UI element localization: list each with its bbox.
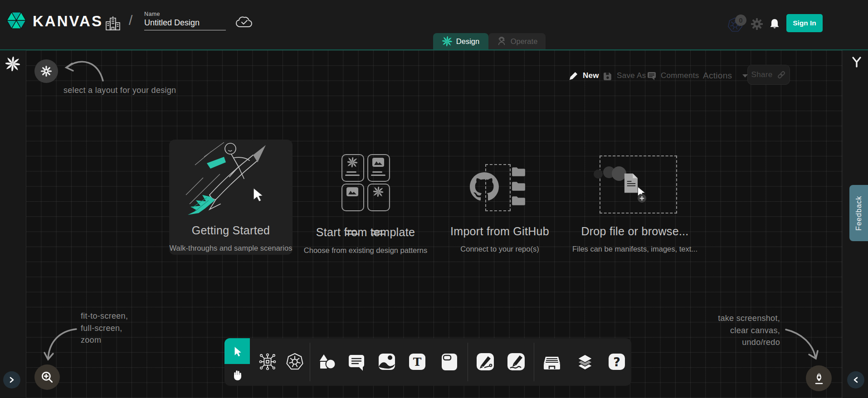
organization-icon[interactable] bbox=[104, 15, 122, 31]
layers-tool[interactable] bbox=[575, 352, 595, 372]
feedback-label: Feedback bbox=[855, 196, 863, 231]
toolbar-divider bbox=[534, 343, 534, 381]
canvas-actions-hint-arrow bbox=[781, 313, 824, 364]
design-name-input[interactable] bbox=[144, 17, 226, 30]
text-tool[interactable]: T bbox=[407, 352, 427, 372]
toolbar-divider bbox=[310, 343, 310, 381]
k8s-context-switcher[interactable]: 0 bbox=[727, 15, 753, 34]
hint-line: undo/redo bbox=[689, 336, 780, 349]
getting-started-illustration bbox=[177, 137, 286, 221]
repo-folder-icon bbox=[512, 166, 526, 177]
share-button[interactable]: Share bbox=[747, 65, 790, 85]
pen-nib-icon bbox=[812, 371, 826, 386]
zoom-hint-text: fit-to-screen, full-screen, zoom bbox=[81, 310, 128, 346]
mouse-cursor bbox=[250, 187, 266, 202]
zoom-controls-button[interactable] bbox=[34, 364, 60, 390]
kanvas-app: KANVAS / Name bbox=[0, 0, 868, 398]
tab-design-label: Design bbox=[456, 37, 479, 46]
shapes-tool[interactable] bbox=[317, 352, 337, 372]
hand-icon bbox=[231, 369, 243, 381]
magnifier-plus-icon bbox=[40, 370, 54, 384]
template-image-icon bbox=[372, 158, 384, 167]
drawer-tool[interactable] bbox=[542, 352, 562, 372]
image-tool[interactable] bbox=[377, 352, 397, 372]
layout-hint-text: select a layout for your design bbox=[63, 84, 176, 97]
template-spiral-icon bbox=[347, 157, 357, 167]
canvas-actions-hint-text: take screenshot, clear canvas, undo/redo bbox=[689, 312, 780, 349]
layout-selector-button[interactable] bbox=[34, 59, 58, 83]
repo-folder-icon bbox=[512, 195, 526, 206]
card-getting-started-subtitle: Walk-throughs and sample scenarios bbox=[165, 244, 297, 252]
hint-line: take screenshot, bbox=[689, 312, 780, 325]
chevron-left-icon bbox=[852, 376, 859, 383]
card-getting-started-title: Getting Started bbox=[169, 224, 293, 237]
card-github-title: Import from GitHub bbox=[438, 225, 561, 238]
comments-icon bbox=[647, 71, 657, 81]
select-cursor-icon bbox=[231, 345, 243, 357]
expand-left-panel-button[interactable] bbox=[3, 371, 20, 388]
card-drop-subtitle: Files can be manifests, images, text... bbox=[567, 245, 703, 253]
add-file-badge bbox=[638, 194, 646, 203]
new-label: New bbox=[583, 71, 599, 80]
save-as-button[interactable]: Save As bbox=[603, 68, 646, 83]
left-rail bbox=[0, 50, 26, 398]
template-image-icon bbox=[346, 187, 358, 196]
component-tool[interactable] bbox=[258, 352, 278, 372]
pen-edit-tool[interactable] bbox=[475, 352, 495, 372]
layout-hint-arrow bbox=[58, 51, 110, 87]
settings-gear-icon[interactable] bbox=[751, 18, 763, 30]
help-tool[interactable]: ? bbox=[607, 352, 627, 372]
kubernetes-tool[interactable] bbox=[285, 352, 305, 372]
new-button[interactable]: New bbox=[568, 68, 599, 83]
template-tile bbox=[341, 154, 364, 182]
actions-dropdown[interactable]: Actions bbox=[703, 68, 748, 83]
select-tool[interactable] bbox=[224, 338, 250, 364]
comments-label: Comments bbox=[661, 71, 699, 80]
comment-tool[interactable] bbox=[346, 352, 366, 372]
toolbar-divider bbox=[468, 343, 468, 381]
hint-line: zoom bbox=[81, 334, 128, 346]
notifications-bell-icon[interactable] bbox=[769, 18, 780, 30]
breadcrumb-separator: / bbox=[129, 13, 132, 28]
tab-design[interactable]: Design bbox=[433, 33, 488, 49]
brand-title: KANVAS bbox=[33, 13, 103, 30]
hint-line: clear canvas, bbox=[689, 325, 780, 337]
chevron-down-icon bbox=[742, 74, 748, 78]
sign-in-button[interactable]: Sign In bbox=[786, 14, 823, 32]
hint-line: full-screen, bbox=[81, 322, 128, 335]
card-drop-title: Drop file or browse... bbox=[573, 225, 697, 238]
k8s-count-badge: 0 bbox=[735, 15, 746, 26]
pan-tool[interactable] bbox=[224, 364, 250, 386]
chevron-right-icon bbox=[8, 376, 15, 383]
github-icon bbox=[470, 172, 499, 201]
tab-operate[interactable]: Operate bbox=[488, 33, 546, 49]
zoom-hint-arrow bbox=[43, 313, 82, 365]
share-link-icon bbox=[777, 70, 786, 79]
save-icon bbox=[603, 71, 613, 81]
y-shortcuts-icon[interactable] bbox=[851, 56, 863, 68]
save-as-label: Save As bbox=[617, 71, 646, 80]
svg-text:T: T bbox=[413, 355, 422, 369]
card-drop-file[interactable] bbox=[587, 154, 683, 215]
expand-right-panel-button[interactable] bbox=[847, 371, 864, 388]
operate-headset-icon bbox=[497, 36, 507, 46]
card-start-from-template[interactable] bbox=[341, 154, 390, 211]
meshery-spiral-icon[interactable] bbox=[5, 57, 20, 71]
layout-asterisk-icon bbox=[40, 65, 53, 78]
name-label: Name bbox=[144, 11, 226, 17]
card-template-subtitle: Choose from existing design patterns bbox=[297, 246, 434, 255]
svg-text:?: ? bbox=[613, 355, 620, 369]
comments-button[interactable]: Comments bbox=[647, 68, 699, 83]
canvas-actions-button[interactable] bbox=[806, 365, 832, 391]
design-spiral-icon bbox=[442, 36, 452, 46]
template-tile bbox=[367, 184, 390, 211]
pencil-draw-tool[interactable] bbox=[506, 352, 526, 372]
note-tool[interactable] bbox=[439, 352, 459, 372]
share-label: Share bbox=[751, 70, 773, 79]
template-tile bbox=[367, 154, 390, 182]
card-import-github[interactable] bbox=[463, 159, 540, 218]
card-template-title: Start from template bbox=[304, 226, 427, 239]
actions-label: Actions bbox=[703, 71, 732, 81]
feedback-button[interactable]: Feedback bbox=[849, 185, 868, 241]
bottom-toolbar: T bbox=[224, 338, 631, 386]
